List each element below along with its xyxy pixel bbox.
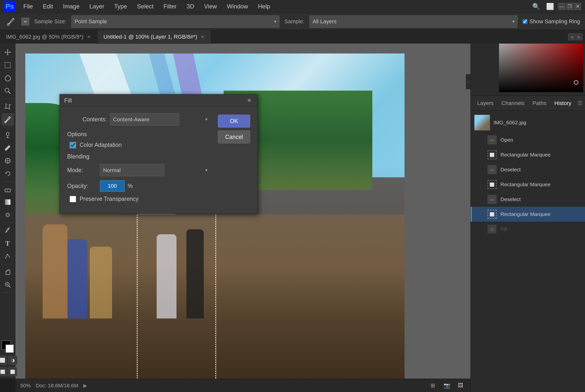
restore-btn[interactable]: ❐ [566, 3, 573, 10]
history-item-rect-marquee-2[interactable]: ⬜ Rectangular Marquee [471, 177, 585, 192]
doc-info: Doc: 18,6M/18,6M [36, 382, 78, 388]
tab-img6062-close[interactable]: ✕ [86, 34, 91, 39]
quick-mask-button[interactable]: ◑ [9, 356, 17, 365]
menu-view[interactable]: View [200, 2, 222, 12]
contents-row: Contents: Content-Aware Foreground Color… [67, 113, 210, 126]
tab-img6062[interactable]: IMG_6062.jpg @ 50% (RGB/8*) ✕ [0, 30, 97, 44]
artboard-button[interactable]: ⬜ [8, 367, 17, 376]
svg-line-4 [9, 92, 11, 94]
paths-tab[interactable]: Paths [528, 98, 550, 108]
zoom-tool[interactable] [2, 278, 14, 291]
ok-button[interactable]: OK [218, 115, 250, 128]
move-tool[interactable] [2, 46, 14, 58]
tabbar: IMG_6062.jpg @ 50% (RGB/8*) ✕ Untitled-1… [0, 30, 585, 44]
crop-tool[interactable] [2, 100, 14, 113]
layers-tab[interactable]: Layers [473, 98, 497, 108]
tool-option-expand[interactable] [21, 18, 29, 26]
healing-brush-tool[interactable] [2, 129, 14, 141]
svg-rect-1 [5, 62, 11, 68]
marquee-tool[interactable] [2, 59, 14, 71]
status-arrow[interactable]: ▶ [83, 382, 87, 388]
history-item-rect-marquee-1[interactable]: ⬜ Rectangular Marquee [471, 147, 585, 162]
tab-untitled1[interactable]: Untitled-1 @ 100% (Layer 1, RGB/8#*) ✕ [97, 30, 211, 44]
color-adaptation-checkbox[interactable] [70, 142, 76, 148]
frame-mode-button[interactable]: ⬜ [0, 367, 7, 376]
cancel-button[interactable]: Cancel [218, 130, 250, 144]
clone-stamp-tool[interactable] [2, 154, 14, 167]
hand-tool[interactable] [2, 266, 14, 278]
preserve-transparency-checkbox[interactable] [70, 196, 76, 202]
show-sampling-ring-checkbox[interactable] [522, 19, 527, 24]
fg-bg-colors[interactable] [2, 340, 14, 353]
lasso-tool[interactable] [2, 72, 14, 84]
eraser-tool[interactable] [2, 183, 14, 196]
mode-select[interactable]: Normal Dissolve Multiply Screen Overlay [100, 164, 164, 176]
sample-size-select[interactable]: Point Sample 3 by 3 Average 5 by 5 Avera… [71, 15, 279, 28]
history-item-deselect-1[interactable]: ▭ Deselect [471, 162, 585, 177]
history-brush-tool[interactable] [2, 168, 14, 180]
history-snapshot-row[interactable]: IMG_6062.jpg [471, 113, 585, 132]
pen-tool[interactable] [2, 224, 14, 237]
contents-select[interactable]: Content-Aware Foreground Color Backgroun… [110, 113, 179, 126]
sample-select[interactable]: All Layers Current Layer Current & Below [309, 15, 518, 28]
quick-selection-tool[interactable] [2, 85, 14, 97]
path-selection-tool[interactable] [2, 250, 14, 262]
tool-sep-1 [3, 98, 13, 99]
menu-3d[interactable]: 3D [182, 2, 199, 12]
contents-select-wrapper[interactable]: Content-Aware Foreground Color Backgroun… [110, 113, 210, 126]
panel-collapse-button[interactable]: ◁ [466, 74, 470, 89]
opacity-label: Opacity: [67, 183, 97, 190]
background-color[interactable] [6, 344, 14, 353]
blur-tool[interactable] [2, 209, 14, 221]
search-icon[interactable]: 🔍 [530, 1, 542, 12]
channels-tab[interactable]: Channels [497, 98, 528, 108]
status-info[interactable]: 🖼 [456, 380, 465, 390]
history-label-rect2: Rectangular Marquee [500, 182, 550, 188]
menu-window[interactable]: Window [222, 2, 252, 12]
person-1 [43, 224, 67, 318]
menu-filter[interactable]: Filter [159, 2, 181, 12]
history-icon-deselect1: ▭ [488, 165, 496, 174]
menu-type[interactable]: Type [110, 2, 132, 12]
fill-dialog: Fill ✕ Contents: Content-Aware Foregroun… [60, 94, 258, 214]
gradient-tool[interactable] [2, 196, 14, 208]
history-item-rect-marquee-3[interactable]: ⬜ Rectangular Marquee [471, 207, 585, 222]
menu-image[interactable]: Image [59, 2, 84, 12]
menubar: Ps File Edit Image Layer Type Select Fil… [0, 0, 585, 13]
mode-select-wrapper[interactable]: Normal Dissolve Multiply Screen Overlay … [100, 164, 210, 176]
blending-section-title: Blending [67, 153, 210, 160]
history-item-fill[interactable]: ▨ Fill [471, 222, 585, 236]
person-3 [90, 247, 112, 318]
panel-right-expand[interactable]: ▷ [575, 34, 582, 40]
screen-mode-button[interactable]: ⬜ [0, 356, 7, 365]
screen-mode-icon[interactable]: ⬜ [544, 1, 556, 12]
sample-select-wrapper[interactable]: All Layers Current Layer Current & Below… [309, 15, 518, 28]
show-sampling-ring-label[interactable]: Show Sampling Ring [522, 18, 580, 25]
opacity-input[interactable] [100, 180, 125, 192]
history-item-deselect-2[interactable]: ▭ Deselect [471, 192, 585, 207]
fill-dialog-close[interactable]: ✕ [245, 96, 253, 104]
blending-section: Blending Mode: Normal Dissolve Multiply … [67, 153, 210, 202]
brush-tool[interactable] [2, 142, 14, 154]
minimize-btn[interactable]: — [558, 3, 565, 10]
close-btn[interactable]: ✕ [574, 3, 581, 10]
menu-edit[interactable]: Edit [39, 2, 58, 12]
tab-untitled1-close[interactable]: ✕ [200, 34, 205, 39]
history-icon-rect2: ⬜ [488, 180, 496, 189]
history-item-open[interactable]: ▭ Open [471, 132, 585, 147]
type-tool[interactable]: T [2, 237, 14, 250]
status-add-artboard[interactable]: ⊞ [428, 380, 438, 390]
layers-panel-menu[interactable]: ☰ [577, 100, 582, 106]
sample-size-select-wrapper[interactable]: Point Sample 3 by 3 Average 5 by 5 Avera… [71, 15, 279, 28]
history-tab[interactable]: History [550, 98, 575, 108]
menu-file[interactable]: File [19, 2, 38, 12]
history-label-fill: Fill [500, 226, 507, 232]
fill-dialog-title: Fill [64, 97, 245, 104]
menu-layer[interactable]: Layer [85, 2, 109, 12]
eyedropper-tool[interactable] [2, 113, 14, 126]
status-camera[interactable]: 📷 [442, 380, 452, 390]
panel-left-collapse[interactable]: ◁ [568, 34, 575, 40]
gradient-cursor [574, 80, 578, 85]
menu-select[interactable]: Select [133, 2, 158, 12]
menu-help[interactable]: Help [253, 2, 275, 12]
